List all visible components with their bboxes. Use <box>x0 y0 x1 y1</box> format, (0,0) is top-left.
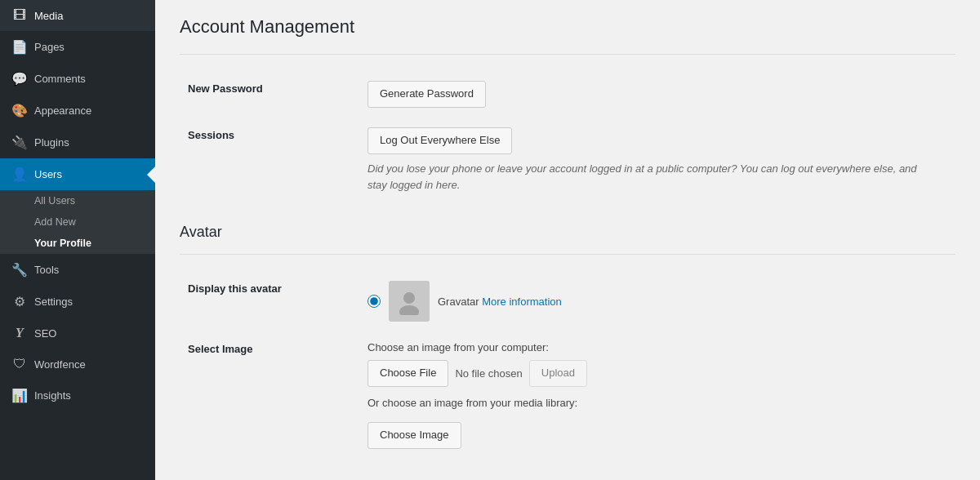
appearance-icon: 🎨 <box>11 103 28 118</box>
sidebar-item-media-label: Media <box>34 10 63 22</box>
sessions-description: Did you lose your phone or leave your ac… <box>368 161 939 195</box>
choose-file-button[interactable]: Choose File <box>368 360 448 387</box>
sidebar-item-insights[interactable]: 📊 Insights <box>0 380 155 411</box>
users-icon: 👤 <box>11 167 28 182</box>
sidebar-item-plugins-label: Plugins <box>34 136 69 149</box>
avatar-option-gravatar: Gravatar More information <box>368 281 947 322</box>
sidebar-item-users[interactable]: 👤 Users <box>0 158 155 190</box>
sidebar-item-seo-label: SEO <box>34 327 56 340</box>
generate-password-button[interactable]: Generate Password <box>368 81 486 108</box>
gravatar-more-info-link[interactable]: More information <box>482 296 562 308</box>
sidebar-item-wordfence[interactable]: 🛡 Wordfence <box>0 349 155 380</box>
settings-icon: ⚙ <box>11 294 28 309</box>
sidebar-item-plugins[interactable]: 🔌 Plugins <box>0 127 155 158</box>
sidebar-item-seo[interactable]: Y SEO <box>0 318 155 349</box>
no-file-chosen-label: No file chosen <box>455 367 522 380</box>
sidebar-item-appearance[interactable]: 🎨 Appearance <box>0 95 155 127</box>
new-password-row: New Password Generate Password <box>180 71 956 118</box>
seo-icon: Y <box>11 326 28 340</box>
select-image-row: Select Image Choose an image from your c… <box>180 331 956 459</box>
insights-icon: 📊 <box>11 388 28 403</box>
sidebar-item-insights-label: Insights <box>34 389 71 402</box>
display-avatar-row: Display this avatar Gravatar <box>180 271 956 331</box>
comments-icon: 💬 <box>11 71 28 87</box>
avatar-form-table: Display this avatar Gravatar <box>180 271 956 459</box>
sidebar-item-users-label: Users <box>34 168 62 180</box>
svg-point-0 <box>403 292 415 304</box>
choose-from-library-label: Or choose an image from your media libra… <box>368 397 947 409</box>
page-title: Account Management <box>180 16 956 38</box>
sessions-field: Log Out Everywhere Else Did you lose you… <box>359 118 956 204</box>
pages-icon: 📄 <box>11 39 28 55</box>
sidebar-item-wordfence-label: Wordfence <box>34 358 86 371</box>
sidebar-submenu-all-users[interactable]: All Users <box>0 190 155 211</box>
display-avatar-field: Gravatar More information <box>359 271 956 331</box>
sidebar-item-tools[interactable]: 🔧 Tools <box>0 254 155 286</box>
avatar-section: Avatar Display this avatar <box>180 224 956 459</box>
gravatar-avatar-image <box>389 281 430 322</box>
choose-from-computer-label: Choose an image from your computer: <box>368 341 947 353</box>
sidebar-submenu-add-new[interactable]: Add New <box>0 211 155 233</box>
sidebar-item-appearance-label: Appearance <box>34 104 91 117</box>
sessions-label: Sessions <box>180 118 359 204</box>
media-icon: 🎞 <box>11 8 28 23</box>
sidebar-item-settings[interactable]: ⚙ Settings <box>0 286 155 318</box>
file-input-row: Choose File No file chosen Upload <box>368 360 947 387</box>
wordfence-icon: 🛡 <box>11 357 28 371</box>
account-form-table: New Password Generate Password Sessions … <box>180 71 956 204</box>
plugins-icon: 🔌 <box>11 135 28 150</box>
tools-icon: 🔧 <box>11 262 28 278</box>
section-divider-1 <box>180 54 956 55</box>
sidebar-item-media[interactable]: 🎞 Media <box>0 0 155 31</box>
svg-point-1 <box>399 305 419 315</box>
choose-image-button[interactable]: Choose Image <box>368 422 461 449</box>
log-out-everywhere-button[interactable]: Log Out Everywhere Else <box>368 127 512 154</box>
section-divider-2 <box>180 254 956 255</box>
sidebar-item-tools-label: Tools <box>34 264 59 276</box>
main-content: Account Management New Password Generate… <box>155 0 980 480</box>
gravatar-radio[interactable] <box>368 295 381 308</box>
avatar-title: Avatar <box>180 224 956 241</box>
sidebar-submenu-your-profile[interactable]: Your Profile <box>0 233 155 254</box>
sidebar-item-comments[interactable]: 💬 Comments <box>0 63 155 95</box>
sidebar-item-pages[interactable]: 📄 Pages <box>0 31 155 63</box>
sidebar-submenu-users: All Users Add New Your Profile <box>0 190 155 254</box>
sidebar-item-pages-label: Pages <box>34 41 65 53</box>
select-image-field: Choose an image from your computer: Choo… <box>359 331 956 459</box>
select-image-label: Select Image <box>180 331 359 459</box>
sidebar-item-settings-label: Settings <box>34 296 73 308</box>
sidebar: 🎞 Media 📄 Pages 💬 Comments 🎨 Appearance … <box>0 0 155 480</box>
gravatar-label: Gravatar More information <box>438 296 562 308</box>
new-password-label: New Password <box>180 71 359 118</box>
new-password-field: Generate Password <box>359 71 956 118</box>
sessions-row: Sessions Log Out Everywhere Else Did you… <box>180 118 956 204</box>
upload-button[interactable]: Upload <box>529 360 587 387</box>
display-avatar-label: Display this avatar <box>180 271 359 331</box>
sidebar-item-comments-label: Comments <box>34 73 86 85</box>
